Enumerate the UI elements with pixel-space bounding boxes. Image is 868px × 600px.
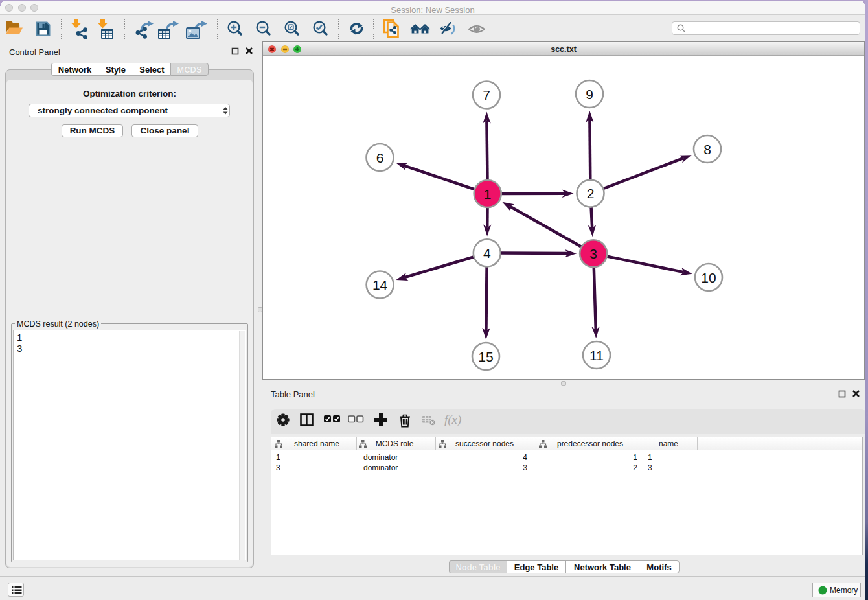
- svg-text:4: 4: [483, 246, 491, 260]
- svg-text:8: 8: [703, 142, 711, 157]
- svg-text:9: 9: [586, 87, 593, 102]
- svg-text:10: 10: [701, 270, 716, 285]
- svg-text:11: 11: [589, 348, 604, 363]
- svg-text:15: 15: [478, 349, 493, 364]
- svg-text:3: 3: [589, 246, 597, 261]
- svg-text:14: 14: [372, 277, 388, 292]
- svg-text:1: 1: [484, 187, 492, 202]
- svg-text:6: 6: [376, 150, 384, 165]
- svg-text:7: 7: [483, 87, 490, 102]
- svg-text:2: 2: [587, 186, 595, 201]
